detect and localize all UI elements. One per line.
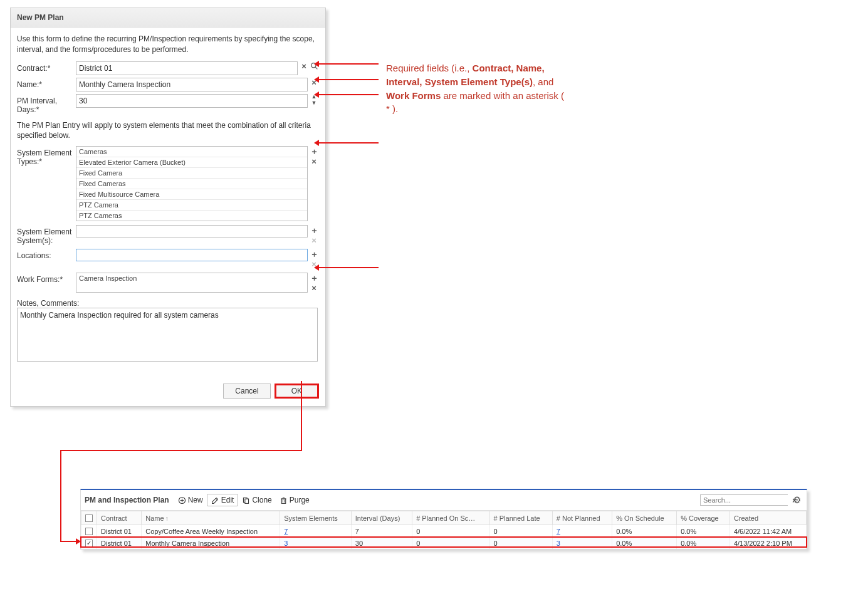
- col-pct-coverage[interactable]: % Coverage: [677, 511, 730, 525]
- ok-button[interactable]: OK: [275, 384, 319, 399]
- row-checkbox[interactable]: [85, 540, 93, 547]
- clone-button[interactable]: Clone: [238, 494, 275, 506]
- select-all-checkbox[interactable]: [85, 514, 93, 522]
- connector-line: [60, 450, 61, 541]
- remove-icon[interactable]: ×: [309, 156, 319, 166]
- purge-button[interactable]: Purge: [276, 494, 313, 506]
- svg-rect-6: [245, 499, 249, 503]
- cancel-button[interactable]: Cancel: [223, 384, 270, 399]
- notes-label: Notes, Comments:: [17, 299, 319, 308]
- stepper-down-icon[interactable]: ▼: [309, 100, 319, 107]
- arrow-icon: [316, 94, 379, 95]
- table-row[interactable]: District 01 Copy/Coffee Area Weekly Insp…: [81, 525, 807, 538]
- search-input[interactable]: [701, 495, 792, 505]
- gear-icon[interactable]: ⚙: [790, 494, 803, 506]
- new-button[interactable]: New: [174, 494, 207, 506]
- col-system-elements[interactable]: System Elements: [280, 511, 352, 525]
- systems-label: System Element System(s):: [17, 225, 76, 245]
- list-item[interactable]: Cameras: [76, 147, 307, 157]
- dialog-body: Use this form to define the recurring PM…: [11, 28, 325, 371]
- col-name[interactable]: Name↑: [142, 511, 280, 525]
- pm-plan-table: Contract Name↑ System Elements Interval …: [81, 511, 807, 549]
- connector-line: [301, 381, 302, 450]
- interval-label: PM Interval, Days:*: [17, 94, 76, 114]
- system-elements-link[interactable]: 7: [284, 528, 288, 535]
- col-planned-late[interactable]: # Planned Late: [489, 511, 552, 525]
- interval-field[interactable]: [76, 94, 308, 108]
- edit-button[interactable]: Edit: [207, 494, 239, 506]
- criteria-text: The PM Plan Entry will apply to system e…: [17, 120, 319, 142]
- col-not-planned[interactable]: # Not Planned: [552, 511, 612, 525]
- list-item[interactable]: Fixed Cameras: [76, 179, 307, 189]
- col-contract[interactable]: Contract: [97, 511, 142, 525]
- types-label: System Element Types:*: [17, 146, 76, 166]
- new-pm-plan-dialog: New PM Plan Use this form to define the …: [10, 8, 326, 407]
- svg-rect-7: [281, 499, 286, 503]
- connector-line: [60, 450, 302, 451]
- list-item[interactable]: Fixed Multisource Camera: [76, 189, 307, 200]
- col-created[interactable]: Created: [730, 511, 806, 525]
- remove-icon[interactable]: ×: [309, 283, 319, 293]
- sort-asc-icon: ↑: [165, 515, 169, 522]
- pm-plan-panel: PM and Inspection Plan New Edit Clone Pu…: [80, 489, 807, 550]
- svg-line-1: [315, 67, 317, 69]
- row-checkbox[interactable]: [85, 528, 93, 535]
- arrow-icon: [316, 267, 379, 268]
- systems-list[interactable]: [76, 225, 308, 238]
- contract-label: Contract:*: [17, 61, 76, 73]
- not-planned-link[interactable]: 7: [557, 528, 560, 535]
- workforms-list[interactable]: Camera Inspection: [76, 273, 308, 293]
- list-item[interactable]: Camera Inspection: [76, 273, 307, 283]
- clear-icon[interactable]: ×: [299, 61, 309, 71]
- contract-field[interactable]: [76, 61, 298, 75]
- arrow-icon: [316, 142, 379, 144]
- dialog-title: New PM Plan: [11, 8, 325, 28]
- add-icon[interactable]: ＋: [309, 225, 319, 235]
- col-planned-onsched[interactable]: # Planned On Sc…: [412, 511, 489, 525]
- col-interval[interactable]: Interval (Days): [351, 511, 412, 525]
- list-item[interactable]: Elevated Exterior Camera (Bucket): [76, 157, 307, 168]
- add-icon[interactable]: ＋: [309, 249, 319, 259]
- arrow-icon: [316, 79, 379, 80]
- list-item[interactable]: PTZ Camera: [76, 200, 307, 211]
- name-label: Name:*: [17, 78, 76, 89]
- list-item[interactable]: Fixed Camera: [76, 168, 307, 179]
- notes-textarea[interactable]: [17, 308, 318, 362]
- panel-header: PM and Inspection Plan New Edit Clone Pu…: [81, 490, 807, 511]
- panel-title: PM and Inspection Plan: [85, 496, 169, 504]
- name-field[interactable]: [76, 78, 308, 91]
- locations-label: Locations:: [17, 249, 76, 260]
- add-icon[interactable]: ＋: [309, 146, 319, 156]
- table-row[interactable]: District 01 Monthly Camera Inspection 3 …: [81, 537, 807, 549]
- arrow-icon: [60, 541, 79, 542]
- annotation-text: Required fields (i.e., Contract, Name, I…: [386, 61, 568, 116]
- arrow-icon: [316, 63, 379, 65]
- col-pct-schedule[interactable]: % On Schedule: [612, 511, 677, 525]
- dialog-intro: Use this form to define the recurring PM…: [17, 34, 319, 55]
- locations-list[interactable]: [76, 249, 308, 261]
- add-icon[interactable]: ＋: [309, 273, 319, 283]
- not-planned-link[interactable]: 3: [557, 540, 560, 547]
- panel-search[interactable]: ×: [700, 494, 788, 506]
- list-item[interactable]: PTZ Cameras: [76, 211, 307, 221]
- remove-icon[interactable]: ×: [309, 235, 319, 245]
- system-elements-link[interactable]: 3: [284, 540, 288, 547]
- workforms-label: Work Forms:*: [17, 273, 76, 284]
- system-element-types-list[interactable]: Cameras Elevated Exterior Camera (Bucket…: [76, 146, 308, 221]
